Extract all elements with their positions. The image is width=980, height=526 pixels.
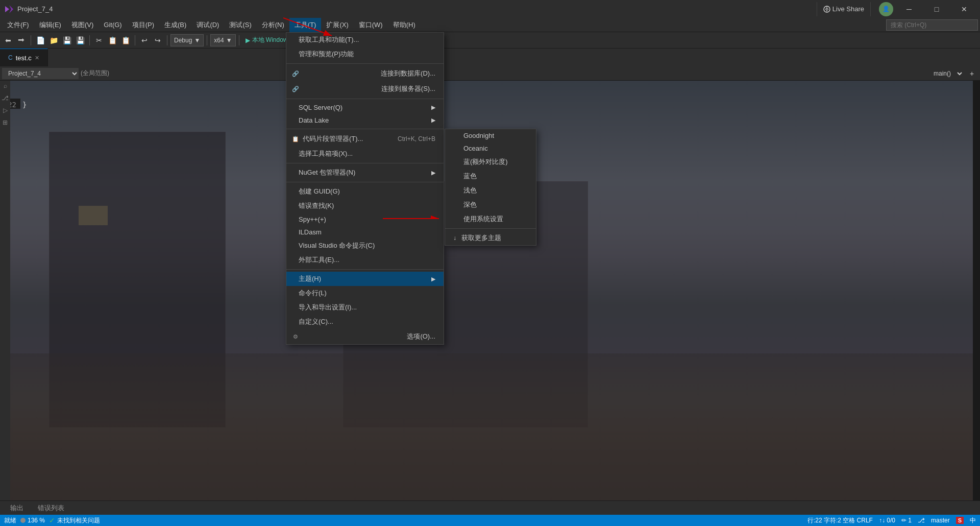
- bottom-tab-error-list[interactable]: 错误列表: [32, 501, 70, 515]
- menu-debug[interactable]: 调试(D): [191, 18, 224, 32]
- theme-goodnight[interactable]: Goodnight: [445, 129, 536, 142]
- project-breadcrumb[interactable]: Project_7_4: [2, 68, 79, 79]
- toolbar-undo[interactable]: ⬅: [2, 34, 14, 46]
- tools-commandline[interactable]: 命令行(L): [286, 286, 444, 300]
- tools-options[interactable]: ⚙ 选项(O)...: [286, 329, 444, 344]
- theme-blue-extra[interactable]: 蓝(额外对比度): [445, 155, 536, 169]
- menu-build[interactable]: 生成(B): [159, 18, 191, 32]
- theme-oceanic[interactable]: Oceanic: [445, 142, 536, 155]
- restore-button[interactable]: □: [925, 0, 948, 18]
- status-zoom-area[interactable]: 136 %: [20, 517, 45, 524]
- status-bar: 就绪 136 % ✓ 未找到相关问题 行:22 字符:2 空格 CRLF ↑↓ …: [0, 515, 980, 526]
- activity-search[interactable]: ⌕: [1, 82, 9, 90]
- toolbar-sep-5: [207, 35, 207, 45]
- tools-sep-2: [286, 99, 444, 99]
- tabs-bar: C test.c ✕: [0, 49, 980, 66]
- function-dropdown[interactable]: main(): [927, 68, 964, 79]
- menu-help[interactable]: 帮助(H): [388, 18, 421, 32]
- menu-extensions[interactable]: 扩展(X): [321, 18, 353, 32]
- toolbar-save-all[interactable]: 💾: [74, 34, 86, 46]
- breadcrumb-sep: (全局范围): [81, 69, 109, 78]
- tools-error-lookup[interactable]: 错误查找(K): [286, 199, 444, 213]
- menu-test[interactable]: 测试(S): [224, 18, 256, 32]
- tools-customize[interactable]: 自定义(C)...: [286, 315, 444, 329]
- menu-analyze[interactable]: 分析(N): [257, 18, 289, 32]
- menu-window[interactable]: 窗口(W): [354, 18, 388, 32]
- tools-ildasm[interactable]: ILDasm: [286, 226, 444, 238]
- close-button[interactable]: ✕: [952, 0, 976, 18]
- toolbar-redo2[interactable]: ↪: [152, 34, 164, 46]
- menu-git[interactable]: Git(G): [99, 18, 127, 32]
- theme-blue[interactable]: 蓝色: [445, 169, 536, 183]
- toolbar-copy[interactable]: 📋: [106, 34, 118, 46]
- status-issues-area[interactable]: ✓ 未找到相关问题: [49, 516, 100, 525]
- window-light-1: [79, 206, 108, 226]
- menu-project[interactable]: 项目(P): [127, 18, 159, 32]
- menu-tools[interactable]: 工具(T): [289, 18, 322, 32]
- tab-test-c[interactable]: C test.c ✕: [0, 49, 48, 66]
- tab-close-icon[interactable]: ✕: [35, 55, 39, 61]
- menu-edit[interactable]: 编辑(E): [34, 18, 66, 32]
- secondary-toolbar: Project_7_4 (全局范围) main() +: [0, 66, 980, 81]
- tools-nuget[interactable]: NuGet 包管理器(N) ▶: [286, 165, 444, 180]
- tools-sep-4: [286, 163, 444, 163]
- search-input[interactable]: [886, 19, 978, 31]
- connect-server-icon: 🔗: [290, 84, 301, 94]
- user-avatar[interactable]: 👤: [879, 2, 893, 16]
- tools-connect-server[interactable]: 🔗 连接到服务器(S)...: [286, 81, 444, 97]
- code-line-22: }: [22, 101, 27, 109]
- zoom-dot-icon: [20, 518, 26, 523]
- code-editor[interactable]: }: [20, 99, 29, 111]
- toolbar-undo2[interactable]: ↩: [138, 34, 151, 46]
- theme-light[interactable]: 浅色: [445, 183, 536, 198]
- nuget-arrow-icon: ▶: [431, 170, 435, 176]
- live-share-button[interactable]: Live Share: [817, 2, 871, 16]
- theme-dark[interactable]: 深色: [445, 198, 536, 212]
- vertical-scrollbar[interactable]: [973, 65, 980, 500]
- tools-external-tools[interactable]: 外部工具(E)...: [286, 253, 444, 267]
- toolbar-cut[interactable]: ✂: [93, 34, 105, 46]
- tools-toolbox[interactable]: 选择工具箱项(X)...: [286, 147, 444, 161]
- sql-arrow-icon: ▶: [431, 104, 435, 111]
- tools-get-tools[interactable]: 获取工具和功能(T)...: [286, 33, 444, 47]
- tools-themes[interactable]: 主题(H) ▶ Goodnight Oceanic 蓝(额外对比度) 蓝色: [286, 272, 444, 286]
- toolbar-open[interactable]: 📁: [47, 34, 60, 46]
- download-icon: ↓: [453, 234, 456, 242]
- platform-dropdown[interactable]: x64 ▼: [210, 34, 235, 46]
- tools-vs-command[interactable]: Visual Studio 命令提示(C): [286, 238, 444, 253]
- minimize-button[interactable]: ─: [897, 0, 921, 18]
- tools-create-guid[interactable]: 创建 GUID(G): [286, 184, 444, 199]
- tools-sep-3: [286, 129, 444, 129]
- tools-manage-preview[interactable]: 管理和预览(P)功能: [286, 47, 444, 61]
- check-circle-icon: ✓: [49, 516, 55, 524]
- debug-config-dropdown[interactable]: Debug ▼: [170, 34, 204, 46]
- status-bar-right: 行:22 字符:2 空格 CRLF ↑↓ 0/0 ✏ 1 ⎇ master S …: [807, 516, 976, 525]
- tools-sql-server[interactable]: SQL Server(Q) ▶: [286, 101, 444, 114]
- toolbar-save[interactable]: 💾: [61, 34, 73, 46]
- bottom-tab-output[interactable]: 输出: [4, 501, 30, 515]
- tools-snippets[interactable]: 📋 代码片段管理器(T)... Ctrl+K, Ctrl+B: [286, 131, 444, 147]
- menu-view[interactable]: 视图(V): [66, 18, 99, 32]
- tools-import-export[interactable]: 导入和导出设置(I)...: [286, 300, 444, 315]
- status-pen: ✏ 1: [901, 517, 912, 524]
- tools-data-lake[interactable]: Data Lake ▶: [286, 114, 444, 127]
- close-icon: ✕: [961, 5, 967, 13]
- status-branch: master: [931, 517, 950, 524]
- activity-debug[interactable]: ▷: [1, 106, 9, 114]
- play-icon: ▶: [246, 37, 250, 44]
- activity-extensions[interactable]: ⊞: [1, 118, 9, 127]
- tools-spy-plus[interactable]: Spy++(+): [286, 213, 444, 226]
- toolbar-paste[interactable]: 📋: [119, 34, 132, 46]
- toolbar-new[interactable]: 📄: [34, 34, 46, 46]
- chevron-down-icon: ▼: [194, 37, 200, 44]
- chevron-down-icon-2: ▼: [226, 37, 232, 44]
- theme-system[interactable]: 使用系统设置: [445, 212, 536, 226]
- menu-file[interactable]: 文件(F): [2, 18, 34, 32]
- add-function-button[interactable]: +: [966, 67, 978, 80]
- activity-git[interactable]: ⎇: [1, 94, 9, 102]
- toolbar-redo[interactable]: ⮕: [15, 34, 28, 46]
- tools-sep-1: [286, 63, 444, 64]
- theme-more[interactable]: ↓ 获取更多主题: [445, 231, 536, 245]
- tools-connect-db[interactable]: 🔗 连接到数据库(D)...: [286, 66, 444, 81]
- git-branch-icon: ⎇: [918, 517, 925, 524]
